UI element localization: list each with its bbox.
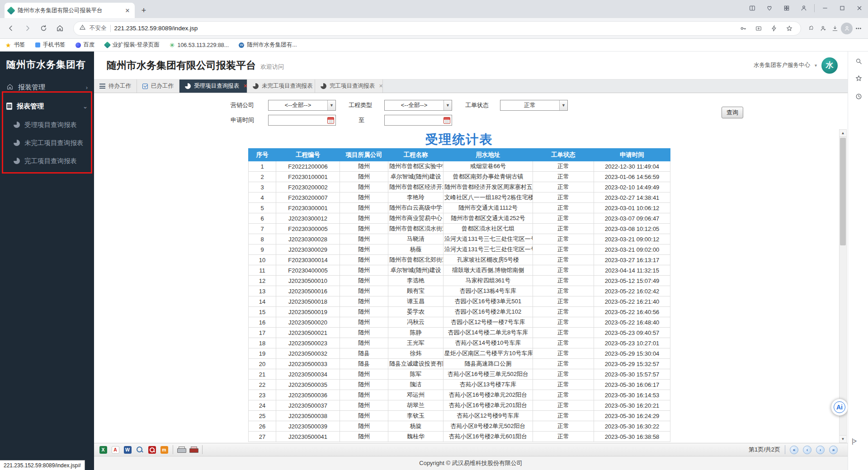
first-page-button[interactable]: « (790, 446, 798, 454)
close-tab-icon[interactable]: ✕ (379, 83, 383, 89)
table-row[interactable]: 8J20230300028随州马晓清沿河大道131号三七三处住宅区一号正常202… (249, 234, 670, 244)
avatar[interactable]: 水 (821, 57, 838, 74)
browser-tab[interactable]: 随州市水务集团有限公司报装平台 ✕ (5, 3, 135, 18)
collapse-sidebar-icon[interactable]: |> (852, 437, 856, 445)
table-row[interactable]: 17J20230500021随州陈静杏园小区14号楼二单元8号车库正常2023-… (249, 328, 670, 338)
table-row[interactable]: 10F20230300014随州随州市曾都区北郊街道孔家坡社区棚改房5号楼正常2… (249, 255, 670, 265)
sidebar-subitem-wangong[interactable]: 完工项目查询报表 (0, 152, 94, 170)
extension-lightning-icon[interactable] (768, 23, 780, 34)
company-select[interactable]: <--全部-->▼ (268, 100, 336, 111)
close-tab-icon[interactable]: ✕ (243, 83, 247, 89)
table-row[interactable]: 6J20230300012随州随州市商业贸易中心随州市曾都区交通大道252号正常… (249, 213, 670, 224)
last-page-button[interactable]: » (829, 446, 838, 454)
pdf-preview-icon[interactable] (147, 445, 156, 454)
table-row[interactable]: 23J20230500036随州邓运州杏苑小区16号楼2单元202阳台正常202… (249, 390, 670, 400)
date-to-input[interactable] (384, 115, 452, 126)
table-row[interactable]: 20J20230500033随县随县立诚建设投资有限随县高速路口公厕正常2023… (249, 359, 670, 369)
table-row[interactable]: 5F20230300001随州随州市白云高级中学随州市交通大道1112号正常20… (249, 203, 670, 213)
table-row[interactable]: 27J20230500041随州魏桂华杏苑小区16号楼2单元601阳台正常202… (249, 432, 670, 442)
export-excel-icon[interactable]: X (99, 445, 108, 454)
tab-shouli-report[interactable]: 受理项目查询报表 ✕ (179, 80, 247, 93)
scrollbar-thumb[interactable] (840, 138, 846, 245)
prev-page-button[interactable]: ‹ (803, 446, 811, 454)
calendar-icon[interactable] (327, 117, 334, 124)
print-preview-icon[interactable] (135, 445, 144, 454)
history-clock-icon[interactable] (853, 90, 864, 102)
project-type-select[interactable]: <--全部-->▼ (384, 100, 452, 111)
minimize-icon[interactable] (816, 0, 834, 16)
sidebar-item-baozhuang[interactable]: 报装管理 › (0, 78, 94, 97)
table-row[interactable]: 25J20230500038随州李钦玉杏苑小区12号楼9号车库正常2023-05… (249, 411, 670, 421)
sidebar-subitem-weiwangong[interactable]: 未完工项目查询报表 (0, 134, 94, 152)
password-key-icon[interactable] (737, 23, 749, 34)
favorite-star-icon[interactable] (783, 23, 795, 34)
table-row[interactable]: 19J20230500032随县徐炜星炬小区南区二号楼平方10号车库正常2023… (249, 348, 670, 359)
table-row[interactable]: 4F20230200007随州李艳玲文峰社区八一一组182号2栋住宅楼正常202… (249, 193, 670, 203)
tab-weiwangong-report[interactable]: 未完工项目查询报表 ✕ (247, 80, 315, 93)
close-window-icon[interactable] (851, 0, 868, 16)
bookmark-item[interactable]: 手机书签 (35, 41, 66, 49)
forward-icon[interactable] (20, 21, 34, 36)
table-row[interactable]: 1F20221200006随州随州市曾都区实验中学戒烟堂巷66号正常2022-1… (249, 161, 670, 172)
calendar-icon[interactable] (443, 117, 450, 124)
sidebar-item-baobiao[interactable]: 报表管理 ⌄ (0, 97, 94, 116)
search-icon[interactable] (853, 55, 864, 67)
sidebar-subitem-shouli[interactable]: 受理项目查询报表 (0, 116, 94, 134)
table-row[interactable]: 9J20230300029随州杨薇沿河大道131号三七三处住宅区一号正常2023… (249, 244, 670, 255)
table-row[interactable]: 14J20230500018随州谭玉昌杏园小区16号楼3单元501正常2023-… (249, 296, 670, 307)
ai-assistant-button[interactable]: Ai (831, 399, 848, 416)
content-scrollbar[interactable]: ▲ ▼ (839, 129, 847, 443)
order-status-select[interactable]: 正常▼ (500, 100, 568, 111)
downloads-icon[interactable] (829, 23, 841, 34)
bookmark-item[interactable]: 业扩报装-登录页面 (105, 41, 160, 49)
table-row[interactable]: 15J20230500019随州晏学农杏园小区16号楼2单元102正常2023-… (249, 307, 670, 317)
bookmark-item[interactable]: W随州市水务集团有... (239, 41, 297, 49)
table-row[interactable]: 18J20230500023随州王光军杏苑小区14号楼10号车库正常2023-0… (249, 338, 670, 348)
table-row[interactable]: 11F20230400005随州卓尔智城(随州)建设擂鼓墩大道西侧,博物馆南侧正… (249, 265, 670, 276)
enhance-page-icon[interactable] (753, 23, 764, 34)
tab-daiban[interactable]: 待办工作 (94, 80, 137, 93)
address-bar[interactable]: 不安全 221.235.152.59:8089/index.jsp (73, 21, 801, 36)
home-icon[interactable] (52, 21, 67, 36)
tab-yiban[interactable]: 已办工作 (137, 80, 179, 93)
export-mht-icon[interactable]: m (160, 445, 169, 454)
refresh-icon[interactable] (36, 21, 51, 36)
scroll-up-icon[interactable]: ▲ (840, 130, 846, 137)
table-row[interactable]: 3F20230200002随州随州市曾都区经济开发随州市曾都经济开发区周家寨村五… (249, 182, 670, 193)
tab-close-icon[interactable]: ✕ (124, 7, 131, 14)
browser-essentials-icon[interactable] (761, 0, 778, 16)
new-tab-button[interactable]: + (137, 4, 150, 17)
print-icon[interactable] (177, 445, 186, 454)
next-page-button[interactable]: › (816, 446, 825, 454)
scroll-down-icon[interactable]: ▼ (840, 435, 846, 442)
bookmark-item[interactable]: ★书签 (5, 41, 25, 49)
table-row[interactable]: 21J20230500034随州陈军杏苑小区16号楼三单元502阳台正常2023… (249, 369, 670, 380)
split-screen-icon[interactable] (744, 0, 761, 16)
table-row[interactable]: 26J20230500039随州杨旋杏苑小区8号楼2单元502阳台正常2023-… (249, 421, 670, 432)
extensions-puzzle-icon[interactable] (806, 23, 817, 34)
table-row[interactable]: 22J20230500035随州隗洁杏苑小区13号楼7车库正常2023-05-3… (249, 380, 670, 390)
table-row[interactable]: 24J20230500037随州胡翠兰杏苑小区16号楼2单元201阳台正常202… (249, 400, 670, 411)
bookmark-item[interactable]: 百度 (75, 41, 95, 49)
maximize-icon[interactable] (834, 0, 851, 16)
tab-wangong-report[interactable]: 完工项目查询报表 ✕ (315, 80, 383, 93)
favorites-star-icon[interactable] (853, 72, 864, 84)
table-row[interactable]: 7F20230300005随州随州市曾都区涢水街道曾都区涢水社区七组正常2023… (249, 224, 670, 234)
sync-profile-icon[interactable] (817, 23, 829, 34)
query-button[interactable]: 查询 (722, 107, 743, 118)
table-row[interactable]: 2F20230100001随州卓尔智城(随州)建设曾都区南郊办事处青铜古镇正常2… (249, 172, 670, 182)
export-pdf-icon[interactable]: A (111, 445, 120, 454)
bookmark-item[interactable]: ✳106.53.113.229:88... (170, 42, 229, 49)
table-row[interactable]: 13J20230500016随州顾有宝杏园小区13栋4号车库正常2023-05-… (249, 286, 670, 296)
table-row[interactable]: 16J20230500020随州冯秋云杏园小区12号楼一楼7号车库正常2023-… (249, 317, 670, 328)
back-icon[interactable] (4, 21, 18, 36)
date-from-input[interactable] (268, 115, 336, 126)
extensions-icon[interactable] (778, 0, 795, 16)
pdf-print-icon[interactable] (189, 445, 198, 454)
browser-avatar[interactable] (841, 23, 853, 34)
table-row[interactable]: 12J20230500010随州李选艳马家榨四组361号正常2023-05-12… (249, 276, 670, 286)
header-user-area[interactable]: 水务集团客户服务中心 ▾ 水 (754, 57, 838, 74)
export-word-icon[interactable]: W (123, 445, 132, 454)
more-menu-icon[interactable] (853, 23, 864, 34)
profile-icon[interactable] (795, 0, 812, 16)
